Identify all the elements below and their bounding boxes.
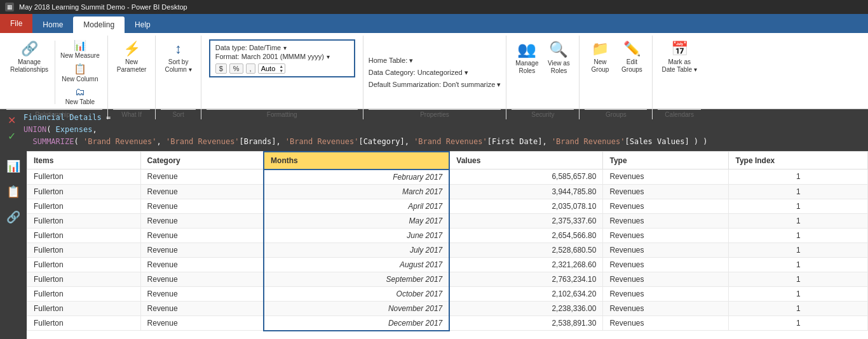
manage-roles-icon: 👥 <box>517 41 536 58</box>
groups-buttons: 📁 NewGroup ✏️ EditGroups <box>585 36 647 109</box>
cell-items: Fullerton <box>27 199 141 213</box>
summarization-dropdown[interactable]: Default Summarization: Don't summarize ▾ <box>369 81 501 89</box>
report-view-icon[interactable]: 📊 <box>3 156 24 176</box>
formula-bar: ✕ ✓ Financial Details = UNION( Expenses,… <box>0 109 868 151</box>
table-row[interactable]: Fullerton Revenue October 2017 2,102,634… <box>27 286 868 301</box>
formula-cancel-button[interactable]: ✕ <box>5 113 18 128</box>
ribbon-group-whatif: ⚡ NewParameter What If <box>108 36 156 119</box>
tab-home[interactable]: Home <box>32 17 73 33</box>
title-bar-icons: ▦ <box>5 3 14 11</box>
data-table: Items Category Months Values Type Type I… <box>27 151 868 331</box>
manage-roles-button[interactable]: 👥 ManageRoles <box>512 38 542 77</box>
table-row[interactable]: Fullerton Revenue March 2017 3,944,785.8… <box>27 184 868 199</box>
table-row[interactable]: Fullerton Revenue December 2017 2,538,89… <box>27 316 868 331</box>
cell-type: Revenues <box>603 257 729 272</box>
table-row[interactable]: Fullerton Revenue April 2017 2,035,078.1… <box>27 199 868 213</box>
manage-relationships-label: ManageRelationships <box>10 58 48 74</box>
ribbon-group-groups: 📁 NewGroup ✏️ EditGroups Groups <box>580 36 653 119</box>
relationships-buttons: 🔗 ManageRelationships 📊 New Measure 📋 Ne… <box>6 36 102 109</box>
table-row[interactable]: Fullerton Revenue August 2017 2,321,268.… <box>27 257 868 272</box>
cell-values: 2,102,634.20 <box>449 286 603 301</box>
col-type[interactable]: Type <box>603 152 729 170</box>
table-row[interactable]: Fullerton Revenue June 2017 2,654,566.80… <box>27 228 868 243</box>
data-type-box: Data type: Date/Time ▾ Format: March 200… <box>209 39 355 77</box>
cell-type: Revenues <box>603 184 729 199</box>
manage-roles-label: ManageRoles <box>515 60 538 75</box>
auto-spinner[interactable]: Auto ▲▼ <box>258 63 286 74</box>
cell-type: Revenues <box>603 228 729 243</box>
ribbon-group-formatting: Data type: Date/Time ▾ Format: March 200… <box>201 36 363 119</box>
new-column-button[interactable]: 📋 New Column <box>58 62 102 84</box>
cell-months: April 2017 <box>264 199 449 213</box>
data-type-dropdown[interactable]: Data type: Date/Time ▾ <box>215 43 349 52</box>
data-category-label: Data Category: Uncategorized ▾ <box>369 69 468 77</box>
data-view-icon[interactable]: 📋 <box>3 182 24 202</box>
sort-by-column-button[interactable]: ↕ Sort byColumn ▾ <box>161 38 195 76</box>
tab-help[interactable]: Help <box>125 17 161 33</box>
new-parameter-icon: ⚡ <box>123 41 140 57</box>
cell-type: Revenues <box>603 199 729 213</box>
cell-items: Fullerton <box>27 316 141 331</box>
mark-as-date-table-label: Mark asDate Table ▾ <box>661 58 696 74</box>
cell-months: May 2017 <box>264 213 449 228</box>
sep1 <box>55 41 55 104</box>
home-table-dropdown[interactable]: Home Table: ▾ <box>369 56 414 65</box>
summarization-label: Default Summarization: Don't summarize ▾ <box>369 81 501 89</box>
new-measure-button[interactable]: 📊 New Measure <box>58 38 102 60</box>
table-area: 📊 📋 🔗 Items Category Months Values Type … <box>0 151 868 339</box>
cell-type-index: 1 <box>729 170 868 185</box>
format-dropdown[interactable]: Format: March 2001 (MMMM yyyy) ▾ <box>215 52 349 61</box>
table-row[interactable]: Fullerton Revenue May 2017 2,375,337.60 … <box>27 213 868 228</box>
cell-type: Revenues <box>603 170 729 185</box>
ribbon: 🔗 ManageRelationships 📊 New Measure 📋 Ne… <box>0 33 868 109</box>
formula-confirm-button[interactable]: ✓ <box>5 129 18 143</box>
tab-file[interactable]: File <box>0 14 32 33</box>
cell-months: September 2017 <box>264 272 449 286</box>
cell-items: Fullerton <box>27 170 141 185</box>
auto-label: Auto <box>259 64 278 73</box>
comma-button[interactable]: , <box>246 63 255 74</box>
new-table-button[interactable]: 🗂 New Table <box>58 85 102 107</box>
col-category[interactable]: Category <box>140 152 264 170</box>
percent-button[interactable]: % <box>229 63 243 74</box>
cell-type: Revenues <box>603 286 729 301</box>
new-parameter-button[interactable]: ⚡ NewParameter <box>113 38 151 76</box>
mark-as-date-table-button[interactable]: 📅 Mark asDate Table ▾ <box>658 38 700 76</box>
cell-months: June 2017 <box>264 228 449 243</box>
security-buttons: 👥 ManageRoles 🔍 View asRoles <box>512 36 574 109</box>
cell-type-index: 1 <box>729 184 868 199</box>
ribbon-group-sort: ↕ Sort byColumn ▾ Sort <box>156 36 201 119</box>
data-type-label: Data type: Date/Time <box>215 44 281 51</box>
col-months[interactable]: Months <box>264 152 449 170</box>
data-category-dropdown[interactable]: Data Category: Uncategorized ▾ <box>369 69 468 77</box>
manage-relationships-button[interactable]: 🔗 ManageRelationships <box>6 38 52 76</box>
model-view-icon[interactable]: 🔗 <box>3 207 24 227</box>
home-table-label: Home Table: ▾ <box>369 56 414 65</box>
format-label: Format: March 2001 (MMMM yyyy) <box>215 53 324 60</box>
table-row[interactable]: Fullerton Revenue September 2017 2,763,2… <box>27 272 868 286</box>
table-row[interactable]: Fullerton Revenue July 2017 2,528,680.50… <box>27 243 868 257</box>
dollar-button[interactable]: $ <box>215 63 227 74</box>
col-type-index[interactable]: Type Index <box>729 152 868 170</box>
new-measure-icon: 📊 <box>74 39 86 51</box>
table-row[interactable]: Fullerton Revenue February 2017 6,585,65… <box>27 170 868 185</box>
ribbon-group-security: 👥 ManageRoles 🔍 View asRoles Security <box>506 36 580 119</box>
cell-category: Revenue <box>140 213 264 228</box>
edit-groups-button[interactable]: ✏️ EditGroups <box>616 38 647 76</box>
col-values[interactable]: Values <box>449 152 603 170</box>
cell-type-index: 1 <box>729 257 868 272</box>
format-arrow: ▾ <box>327 53 330 60</box>
new-group-button[interactable]: 📁 NewGroup <box>585 38 615 76</box>
cell-type-index: 1 <box>729 213 868 228</box>
col-items[interactable]: Items <box>27 152 141 170</box>
new-table-icon: 🗂 <box>75 86 85 98</box>
view-as-roles-button[interactable]: 🔍 View asRoles <box>543 38 574 77</box>
formula-line1: Financial Details = <box>24 112 863 124</box>
cell-values: 2,238,336.00 <box>449 301 603 316</box>
formatting-items: Data type: Date/Time ▾ Format: March 200… <box>207 36 358 109</box>
cell-category: Revenue <box>140 286 264 301</box>
cell-category: Revenue <box>140 257 264 272</box>
tab-modeling[interactable]: Modeling <box>73 17 125 33</box>
table-row[interactable]: Fullerton Revenue November 2017 2,238,33… <box>27 301 868 316</box>
cell-category: Revenue <box>140 184 264 199</box>
